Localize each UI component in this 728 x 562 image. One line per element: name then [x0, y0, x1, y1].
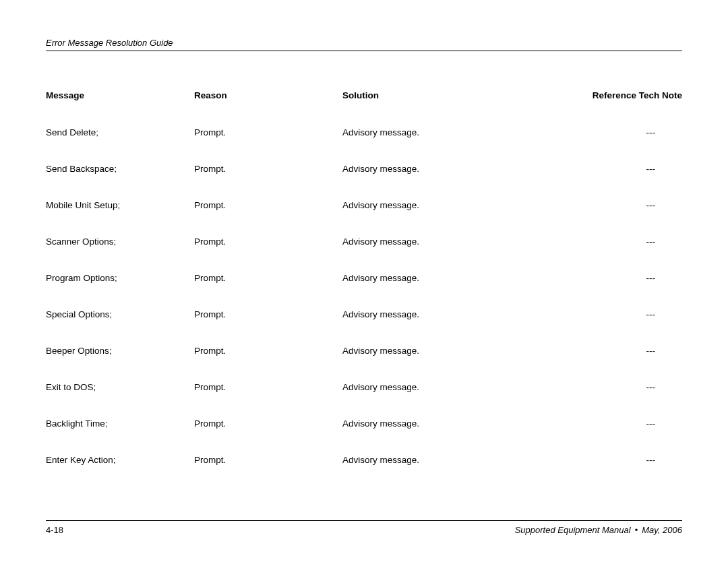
- table-header-row: Message Reason Solution Reference Tech N…: [46, 90, 682, 100]
- table-row: Backlight Time;Prompt.Advisory message.-…: [46, 418, 682, 429]
- header-rule: [46, 51, 682, 51]
- table-row: Enter Key Action;Prompt.Advisory message…: [46, 455, 682, 465]
- cell-solution: Advisory message.: [342, 200, 531, 210]
- cell-reason: Prompt.: [194, 382, 342, 392]
- cell-reason: Prompt.: [194, 127, 342, 137]
- cell-solution: Advisory message.: [342, 164, 531, 174]
- cell-reason: Prompt.: [194, 418, 342, 429]
- cell-solution: Advisory message.: [342, 346, 531, 356]
- cell-ref: ---: [531, 455, 682, 465]
- cell-ref: ---: [531, 309, 682, 319]
- cell-ref: ---: [531, 418, 682, 429]
- col-header-ref: Reference Tech Note: [531, 90, 682, 100]
- cell-message: Send Backspace;: [46, 164, 194, 174]
- footer-right: Supported Equipment Manual•May, 2006: [515, 525, 682, 535]
- cell-message: Enter Key Action;: [46, 455, 194, 465]
- table-row: Send Backspace;Prompt.Advisory message.-…: [46, 164, 682, 174]
- footer-manual-name: Supported Equipment Manual: [515, 525, 631, 535]
- cell-ref: ---: [531, 273, 682, 283]
- footer-date: May, 2006: [642, 525, 682, 535]
- table-row: Program Options;Prompt.Advisory message.…: [46, 273, 682, 283]
- table-row: Beeper Options;Prompt.Advisory message.-…: [46, 346, 682, 356]
- cell-message: Special Options;: [46, 309, 194, 319]
- cell-ref: ---: [531, 346, 682, 356]
- cell-ref: ---: [531, 200, 682, 210]
- cell-solution: Advisory message.: [342, 455, 531, 465]
- cell-message: Scanner Options;: [46, 237, 194, 247]
- table-row: Exit to DOS;Prompt.Advisory message.---: [46, 382, 682, 392]
- cell-ref: ---: [531, 164, 682, 174]
- table-row: Special Options;Prompt.Advisory message.…: [46, 309, 682, 319]
- col-header-message: Message: [46, 90, 194, 100]
- cell-message: Exit to DOS;: [46, 382, 194, 392]
- cell-ref: ---: [531, 382, 682, 392]
- cell-ref: ---: [531, 127, 682, 137]
- table-row: Scanner Options;Prompt.Advisory message.…: [46, 237, 682, 247]
- table-row: Send Delete;Prompt.Advisory message.---: [46, 127, 682, 137]
- footer-rule: [46, 520, 682, 521]
- cell-message: Beeper Options;: [46, 346, 194, 356]
- page-footer: 4-18 Supported Equipment Manual•May, 200…: [46, 520, 682, 535]
- cell-reason: Prompt.: [194, 164, 342, 174]
- cell-solution: Advisory message.: [342, 127, 531, 137]
- table-row: Mobile Unit Setup;Prompt.Advisory messag…: [46, 200, 682, 210]
- cell-solution: Advisory message.: [342, 273, 531, 283]
- cell-message: Send Delete;: [46, 127, 194, 137]
- cell-reason: Prompt.: [194, 200, 342, 210]
- footer-bullet: •: [635, 525, 638, 535]
- cell-solution: Advisory message.: [342, 309, 531, 319]
- footer-page-number: 4-18: [46, 525, 63, 535]
- cell-solution: Advisory message.: [342, 382, 531, 392]
- error-table: Message Reason Solution Reference Tech N…: [46, 90, 682, 465]
- footer-line: 4-18 Supported Equipment Manual•May, 200…: [46, 525, 682, 535]
- page-header-title: Error Message Resolution Guide: [46, 38, 682, 48]
- cell-solution: Advisory message.: [342, 237, 531, 247]
- cell-ref: ---: [531, 237, 682, 247]
- cell-message: Backlight Time;: [46, 418, 194, 429]
- cell-reason: Prompt.: [194, 273, 342, 283]
- cell-reason: Prompt.: [194, 346, 342, 356]
- cell-reason: Prompt.: [194, 309, 342, 319]
- cell-reason: Prompt.: [194, 237, 342, 247]
- cell-reason: Prompt.: [194, 455, 342, 465]
- cell-message: Program Options;: [46, 273, 194, 283]
- col-header-solution: Solution: [342, 90, 531, 100]
- col-header-reason: Reason: [194, 90, 342, 100]
- cell-message: Mobile Unit Setup;: [46, 200, 194, 210]
- cell-solution: Advisory message.: [342, 418, 531, 429]
